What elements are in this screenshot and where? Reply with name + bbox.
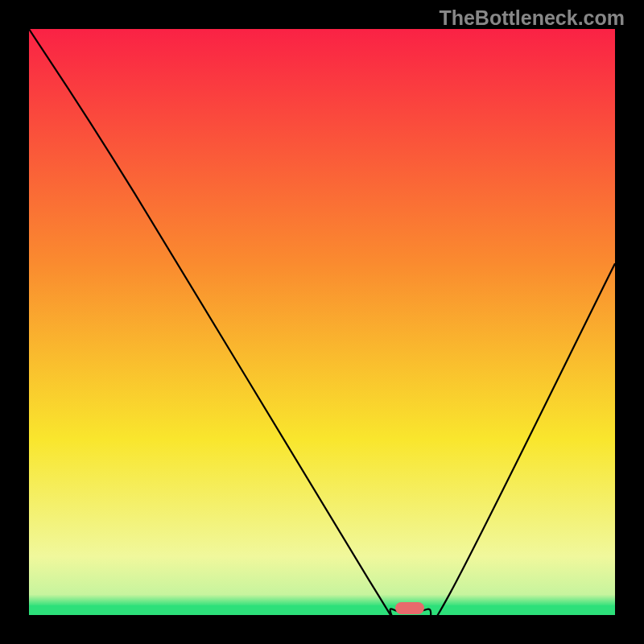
plot-area xyxy=(29,29,615,615)
chart-frame: TheBottleneck.com xyxy=(0,0,644,644)
optimum-marker xyxy=(395,602,424,614)
bottleneck-curve xyxy=(29,29,615,615)
watermark-text: TheBottleneck.com xyxy=(439,6,625,30)
